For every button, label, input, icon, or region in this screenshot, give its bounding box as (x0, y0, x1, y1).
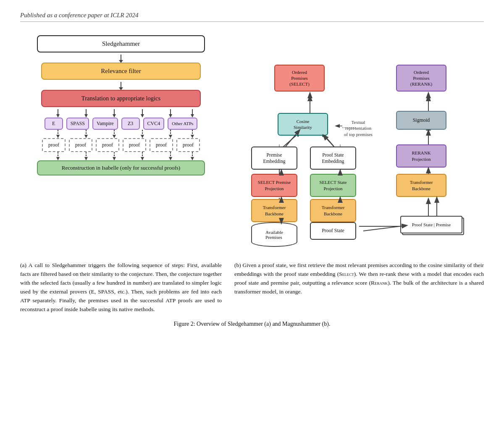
svg-marker-5 (113, 114, 116, 118)
available-premises: AvailablePremises (251, 222, 297, 247)
proof-row: proof proof proof proof proof proof (31, 138, 211, 152)
proof-state-embedding: Proof StateEmbedding (310, 147, 356, 170)
premise-embedding: PremiseEmbedding (251, 147, 297, 170)
proof-state-embed-label: Proof StateEmbedding (322, 152, 344, 165)
proof-6: proof (176, 138, 200, 152)
proof-2: proof (69, 138, 92, 152)
sigmoid-box: Sigmoid (396, 111, 446, 130)
sledgehammer-box: Sledgehammer (37, 35, 205, 52)
left-flow: Sledgehammer Relevance filter (20, 35, 222, 175)
caption-right: (b) Given a proof state, we first retrie… (234, 261, 484, 314)
page: Published as a conference paper at ICLR … (0, 0, 504, 440)
svg-marker-35 (191, 157, 194, 160)
left-diagram: Sledgehammer Relevance filter (20, 31, 222, 175)
select-premise-proj-label: SELECT PremiseProjection (258, 179, 291, 191)
translation-box: Translation to appropriate logics (41, 90, 201, 107)
svg-marker-15 (84, 135, 88, 138)
arrows-to-proofs (37, 130, 205, 138)
select-state-projection: SELECT StateProjection (310, 174, 356, 197)
sledgehammer-label: Sledgehammer (102, 40, 140, 47)
ordered-select-label: OrderedPremises(SELECT) (289, 69, 310, 87)
svg-line-57 (323, 135, 334, 147)
atp-cvc4: CVC4 (143, 118, 165, 130)
svg-marker-33 (169, 157, 172, 160)
svg-marker-17 (113, 135, 116, 138)
translation-label: Translation to appropriate logics (81, 95, 160, 102)
atp-other: Other ATPs (168, 118, 197, 130)
header-text: Published as a conference paper at ICLR … (20, 12, 138, 18)
transformer-backbone-2: TransformerBackbone (310, 199, 356, 222)
right-diagram: OrderedPremises(SELECT) OrderedPremises(… (234, 31, 484, 254)
proof-state-label: Proof State (322, 228, 344, 234)
svg-marker-21 (169, 135, 172, 138)
cosine-similarity: CosineSimilarity (278, 113, 328, 136)
svg-marker-27 (84, 157, 88, 160)
svg-marker-7 (141, 114, 144, 118)
arrows-to-atps (37, 109, 205, 118)
caption-left: (a) A call to Sledgehammer triggers the … (20, 261, 222, 314)
figure-caption: Figure 2: Overview of Sledgehammer (a) a… (20, 321, 484, 327)
reconstruct-box: Reconstruction in Isabelle (only for suc… (37, 160, 205, 175)
proof-1: proof (42, 138, 66, 152)
transformer2-label: TransformerBackbone (322, 204, 345, 217)
select-state-proj-label: SELECT StateProjection (320, 179, 347, 191)
svg-marker-19 (141, 135, 144, 138)
svg-marker-1 (56, 114, 60, 118)
premise-embed-label: PremiseEmbedding (263, 152, 285, 165)
captions-row: (a) A call to Sledgehammer triggers the … (20, 261, 484, 314)
figure-caption-text: Figure 2: Overview of Sledgehammer (a) a… (174, 321, 331, 327)
figure-area: Sledgehammer Relevance filter (20, 31, 484, 254)
ordered-premises-rerank: OrderedPremises(RERANK) (396, 65, 446, 92)
svg-marker-29 (113, 157, 116, 160)
proof-4: proof (123, 138, 146, 152)
svg-marker-25 (56, 157, 60, 160)
select-premise-projection: SELECT PremiseProjection (251, 174, 297, 197)
svg-marker-11 (191, 114, 194, 118)
available-premises-label: AvailablePremises (265, 230, 283, 240)
proof-state: Proof State (310, 222, 356, 240)
header-section: Published as a conference paper at ICLR … (20, 12, 484, 22)
ordered-rerank-label: OrderedPremises(RERANK) (410, 69, 433, 87)
caption-right-text: (b) Given a proof state, we first retrie… (234, 262, 484, 295)
svg-marker-23 (191, 135, 194, 138)
proof-state-premise-label: Proof State | Premise (412, 222, 451, 227)
textual-representation: Textualrepresentationof top premises (335, 119, 381, 137)
atp-spass: SPASS (66, 118, 89, 130)
transformer1-label: TransformerBackbone (263, 204, 286, 217)
cosine-label: CosineSimilarity (294, 118, 312, 131)
relevance-label: Relevance filter (101, 68, 141, 74)
proof-3: proof (96, 138, 119, 152)
textual-label: Textualrepresentationof top premises (344, 120, 373, 137)
caption-left-text: (a) A call to Sledgehammer triggers the … (20, 262, 222, 312)
sigmoid-label: Sigmoid (413, 117, 430, 124)
transformer-backbone-3: TransformerBackbone (396, 174, 446, 197)
reconstruct-label: Reconstruction in Isabelle (only for suc… (62, 165, 180, 171)
ordered-premises-select: OrderedPremises(SELECT) (274, 65, 325, 92)
atp-vampire: Vampire (92, 118, 118, 130)
rerank-proj-label: RERANKProjection (412, 150, 430, 162)
transformer-backbone-1: TransformerBackbone (251, 199, 297, 222)
transformer3-label: TransformerBackbone (410, 179, 433, 191)
relevance-filter-box: Relevance filter (41, 63, 201, 80)
svg-marker-13 (56, 135, 60, 138)
arrows-to-reconstruct (37, 152, 205, 160)
atp-z3: Z3 (121, 118, 140, 130)
right-inner: OrderedPremises(SELECT) OrderedPremises(… (234, 31, 484, 254)
svg-marker-9 (169, 114, 172, 118)
svg-marker-31 (141, 157, 144, 160)
atp-row: E SPASS Vampire Z3 CVC4 Other ATPs (37, 118, 205, 130)
svg-marker-3 (84, 114, 88, 118)
proof-5: proof (150, 138, 173, 152)
rerank-projection: RERANKProjection (396, 144, 446, 168)
atp-e: E (45, 118, 63, 130)
